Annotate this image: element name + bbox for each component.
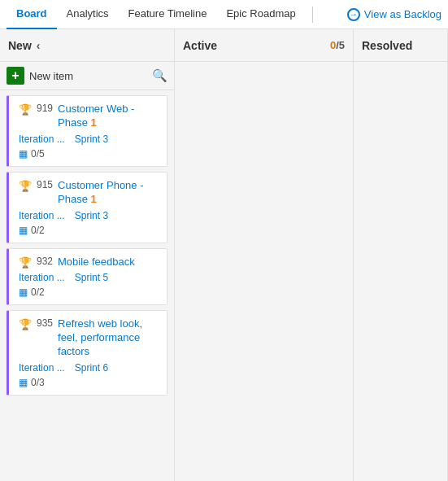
card-915: 🏆 915 Customer Phone - Phase 1 Iteration…: [7, 172, 167, 243]
active-count-current: 0: [330, 39, 336, 51]
card-919-title[interactable]: Customer Web - Phase 1: [58, 103, 160, 130]
card-915-sprint: Sprint 3: [75, 210, 108, 221]
new-item-label: New item: [29, 70, 147, 82]
trophy-icon: 🏆: [19, 256, 32, 269]
card-935-footer: ▦ 0/3: [19, 377, 160, 388]
task-icon: ▦: [19, 286, 28, 298]
card-915-title[interactable]: Customer Phone - Phase 1: [58, 179, 160, 207]
card-932-footer: ▦ 0/2: [19, 286, 160, 298]
card-932: 🏆 932 Mobile feedback Iteration ... Spri…: [7, 248, 167, 306]
resolved-cards-container: [354, 62, 447, 481]
card-915-tasks: 0/2: [31, 225, 45, 236]
card-915-iteration: Iteration ...: [19, 210, 65, 221]
card-932-iteration: Iteration ...: [19, 272, 65, 283]
add-item-button[interactable]: +: [7, 67, 24, 85]
nav-divider: [312, 7, 313, 23]
tab-board[interactable]: Board: [7, 0, 57, 29]
card-915-id: 915: [37, 179, 53, 190]
card-932-sprint: Sprint 5: [75, 272, 108, 283]
trophy-icon: 🏆: [19, 103, 32, 116]
card-935-iteration: Iteration ...: [19, 362, 65, 374]
column-resolved-label: Resolved: [362, 39, 412, 52]
top-navigation: Board Analytics Feature Timeline Epic Ro…: [0, 0, 448, 29]
column-active-label: Active: [183, 39, 217, 52]
card-919: 🏆 919 Customer Web - Phase 1 Iteration .…: [7, 95, 167, 167]
task-icon: ▦: [19, 377, 28, 388]
phase-badge: 1: [91, 193, 97, 205]
new-item-bar: + New item 🔍: [0, 62, 174, 90]
card-915-footer: ▦ 0/2: [19, 225, 160, 236]
board-area: New ‹ + New item 🔍 🏆 919 Customer Web - …: [0, 29, 448, 481]
column-active-header: Active 0/5: [175, 29, 353, 62]
column-resolved: Resolved: [354, 29, 448, 481]
card-935-header: 🏆 935 Refresh web look, feel, performanc…: [19, 317, 160, 359]
cards-container: 🏆 919 Customer Web - Phase 1 Iteration .…: [0, 90, 174, 481]
card-919-tasks: 0/5: [31, 148, 45, 160]
tab-feature-timeline[interactable]: Feature Timeline: [119, 0, 217, 29]
column-new-label: New: [8, 39, 32, 52]
column-new-header: New ‹: [0, 29, 174, 62]
trophy-icon: 🏆: [19, 318, 32, 330]
phase-badge: 1: [91, 116, 97, 129]
card-932-id: 932: [37, 256, 53, 267]
column-resolved-header: Resolved: [354, 29, 447, 62]
card-935-title[interactable]: Refresh web look, feel, performance fact…: [58, 317, 160, 359]
card-932-meta: Iteration ... Sprint 5: [19, 272, 160, 283]
card-932-header: 🏆 932 Mobile feedback: [19, 256, 160, 269]
collapse-button[interactable]: ‹: [37, 39, 41, 52]
card-935-tasks: 0/3: [31, 377, 45, 388]
task-icon: ▦: [19, 225, 28, 236]
tab-epic-roadmap[interactable]: Epic Roadmap: [216, 0, 305, 29]
card-919-id: 919: [37, 103, 53, 114]
backlog-circle-icon: →: [347, 8, 360, 21]
card-915-meta: Iteration ... Sprint 3: [19, 210, 160, 221]
active-count-max: 5: [339, 39, 345, 51]
card-935: 🏆 935 Refresh web look, feel, performanc…: [7, 310, 167, 396]
card-915-header: 🏆 915 Customer Phone - Phase 1: [19, 179, 160, 207]
search-icon[interactable]: 🔍: [152, 68, 167, 83]
trophy-icon: 🏆: [19, 180, 32, 192]
card-919-meta: Iteration ... Sprint 3: [19, 133, 160, 145]
view-as-backlog-button[interactable]: → View as Backlog: [347, 8, 441, 21]
active-count: 0/5: [330, 39, 345, 51]
card-932-tasks: 0/2: [31, 286, 45, 298]
card-919-header: 🏆 919 Customer Web - Phase 1: [19, 103, 160, 130]
column-new: New ‹ + New item 🔍 🏆 919 Customer Web - …: [0, 29, 175, 481]
card-935-sprint: Sprint 6: [75, 362, 108, 374]
card-919-sprint: Sprint 3: [75, 133, 108, 145]
active-cards-container: [175, 62, 353, 481]
card-919-iteration: Iteration ...: [19, 133, 65, 145]
tab-analytics[interactable]: Analytics: [57, 0, 119, 29]
card-935-meta: Iteration ... Sprint 6: [19, 362, 160, 374]
card-919-footer: ▦ 0/5: [19, 148, 160, 160]
column-active: Active 0/5: [175, 29, 354, 481]
task-icon: ▦: [19, 148, 28, 160]
card-935-id: 935: [37, 317, 53, 329]
card-932-title[interactable]: Mobile feedback: [58, 256, 135, 269]
